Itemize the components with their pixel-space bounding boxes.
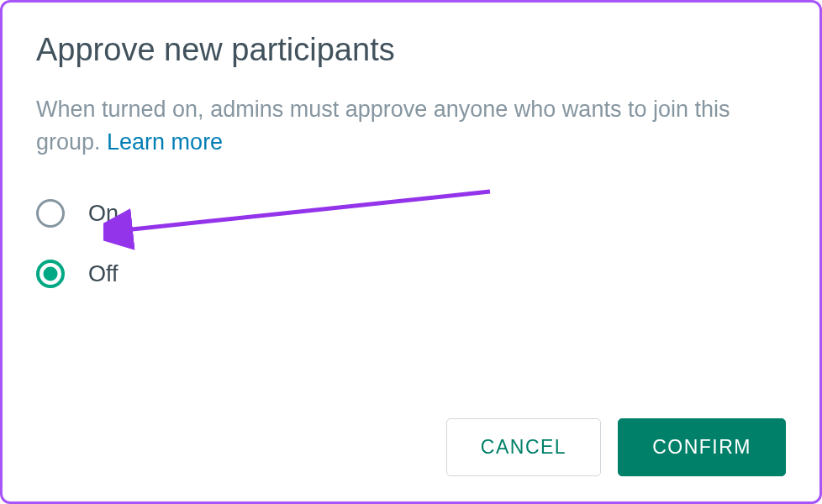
radio-icon-unselected xyxy=(36,199,65,228)
cancel-button[interactable]: CANCEL xyxy=(446,418,601,476)
radio-option-off[interactable]: Off xyxy=(36,260,786,288)
dialog-description: When turned on, admins must approve anyo… xyxy=(36,93,786,159)
radio-label-on: On xyxy=(88,201,119,227)
radio-label-off: Off xyxy=(88,261,119,287)
dialog-frame: Approve new participants When turned on,… xyxy=(0,0,822,504)
confirm-button[interactable]: CONFIRM xyxy=(618,418,786,476)
button-row: CANCEL CONFIRM xyxy=(36,418,786,476)
radio-icon-selected xyxy=(36,260,65,288)
dialog-heading: Approve new participants xyxy=(36,32,786,68)
learn-more-link[interactable]: Learn more xyxy=(107,129,223,155)
radio-option-on[interactable]: On xyxy=(36,199,786,228)
radio-group: On Off xyxy=(36,199,786,288)
